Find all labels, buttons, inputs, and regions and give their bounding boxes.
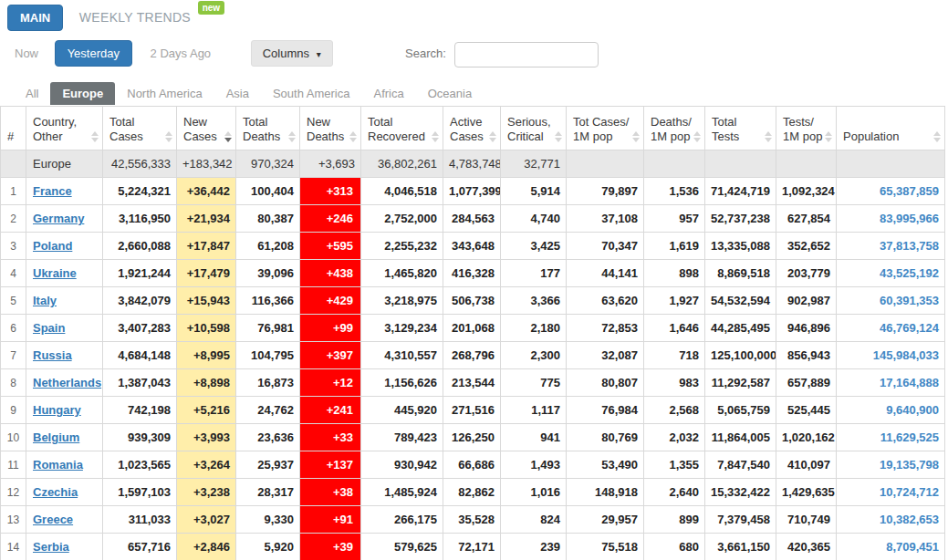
cell-population[interactable]: 60,391,353 [837, 287, 945, 315]
country-cell: France [26, 178, 103, 205]
cell-population[interactable]: 83,995,966 [837, 205, 945, 233]
tab-main[interactable]: MAIN [7, 5, 63, 31]
cell-total-tests: 54,532,594 [705, 287, 776, 315]
cell-population[interactable]: 10,382,653 [837, 506, 945, 534]
cell-population[interactable]: 11,629,525 [837, 424, 945, 451]
sort-icon [91, 131, 99, 142]
cell-total-deaths: 104,795 [236, 342, 300, 369]
cell-population[interactable]: 46,769,124 [837, 315, 945, 342]
cell-deaths-1m: 2,032 [644, 424, 705, 451]
columns-dropdown-button[interactable]: Columns ▾ [251, 40, 333, 67]
continent-name: Europe [26, 150, 103, 178]
column-header-total-deaths[interactable]: TotalDeaths [236, 107, 300, 150]
region-tab-north-america[interactable]: North America [115, 82, 214, 105]
region-tab-south-america[interactable]: South America [261, 82, 362, 105]
region-tab-all[interactable]: All [14, 82, 50, 105]
cell-tot-cases-1m: 148,918 [567, 479, 644, 506]
cell-tot-cases-1m: 72,853 [567, 315, 644, 342]
cell-population[interactable]: 19,135,798 [837, 451, 945, 479]
sort-icon [489, 131, 496, 142]
cell-deaths-1m: 2,640 [644, 479, 705, 506]
search-input[interactable] [454, 42, 599, 67]
table-row: 11Romania1,023,565+3,26425,937+137930,94… [1, 451, 945, 479]
cell-total-deaths: 61,208 [236, 233, 300, 260]
cell-deaths-1m: 1,927 [644, 287, 705, 315]
continent-summary-row: Europe42,556,333+183,342970,324+3,69336,… [1, 150, 945, 178]
country-link[interactable]: Ukraine [33, 266, 77, 280]
cell-population[interactable]: 9,640,900 [837, 397, 945, 424]
cell-tot-cases-1m [567, 150, 644, 178]
cell-new-deaths: +595 [300, 233, 361, 260]
cell-new-deaths: +99 [300, 315, 361, 342]
header-label: Other [33, 130, 88, 144]
cell-tot-cases-1m: 76,984 [567, 397, 644, 424]
country-link[interactable]: Italy [33, 294, 57, 307]
column-header-total-tests[interactable]: TotalTests [705, 107, 776, 150]
cell-active-cases: 72,171 [443, 534, 501, 560]
country-cell: Hungary [26, 397, 103, 424]
cell-population[interactable]: 17,164,888 [837, 369, 945, 397]
country-link[interactable]: Belgium [33, 430, 79, 444]
country-link[interactable]: Greece [33, 513, 73, 526]
table-row: 4Ukraine1,921,244+17,47939,096+4381,465,… [1, 260, 945, 287]
cell-total-cases: 742,198 [103, 397, 177, 424]
cell-deaths-1m: 1,646 [644, 315, 705, 342]
cell-new-cases: +3,993 [177, 424, 236, 451]
filter-now[interactable]: Now [15, 47, 38, 60]
header-label: Total [368, 115, 428, 130]
country-link[interactable]: Netherlands [33, 376, 101, 389]
column-header-total-recovered[interactable]: TotalRecovered [361, 107, 443, 150]
cell-population[interactable]: 145,984,033 [837, 342, 945, 369]
cell-tests-1m: 352,652 [776, 233, 837, 260]
filter-2-days-ago[interactable]: 2 Days Ago [151, 47, 212, 60]
country-link[interactable]: Poland [33, 239, 72, 253]
cell-population[interactable]: 43,525,192 [837, 260, 945, 287]
column-header-serious-critical[interactable]: Serious,Critical [501, 107, 567, 150]
cell-serious-critical: 32,771 [501, 150, 567, 178]
country-link[interactable]: Spain [33, 321, 65, 335]
cell-tests-1m: 525,445 [776, 397, 837, 424]
filter-yesterday[interactable]: Yesterday [55, 40, 132, 67]
region-tab-africa[interactable]: Africa [361, 82, 415, 105]
column-header-tot-cases-1m-pop[interactable]: Tot Cases/1M pop [567, 107, 644, 150]
country-link[interactable]: Romania [33, 458, 83, 472]
cell-total-tests: 52,737,238 [705, 205, 776, 233]
country-link[interactable]: Czechia [33, 485, 78, 499]
cell-deaths-1m: 1,536 [644, 178, 705, 205]
cell-population[interactable]: 8,709,451 [837, 534, 945, 560]
cell-serious-critical: 2,300 [501, 342, 567, 369]
cell-serious-critical: 4,740 [501, 205, 567, 233]
tab-weekly-trends[interactable]: WEEKLY TRENDS [79, 10, 191, 25]
region-tab-europe[interactable]: Europe [50, 82, 115, 105]
columns-button-label: Columns [263, 47, 309, 60]
cell-total-deaths: 28,317 [236, 479, 300, 506]
country-link[interactable]: Hungary [33, 403, 81, 417]
column-header-population[interactable]: Population [837, 107, 945, 150]
column-header-deaths-1m-pop[interactable]: Deaths/1M pop [644, 107, 705, 150]
country-link[interactable]: Serbia [33, 540, 69, 554]
column-header-new-cases[interactable]: NewCases [177, 107, 236, 150]
region-tab-oceania[interactable]: Oceania [416, 82, 484, 105]
cell-population[interactable]: 37,813,758 [837, 233, 945, 260]
cell-deaths-1m: 983 [644, 369, 705, 397]
cell-deaths-1m: 2,568 [644, 397, 705, 424]
cell-serious-critical: 3,425 [501, 233, 567, 260]
cell-total-cases: 42,556,333 [103, 150, 177, 178]
column-header-active-cases[interactable]: ActiveCases [443, 107, 501, 150]
cell-population[interactable]: 10,724,712 [837, 479, 945, 506]
country-link[interactable]: Russia [33, 348, 72, 362]
cell-active-cases: 268,796 [443, 342, 501, 369]
column-header-country-other[interactable]: Country,Other [26, 107, 103, 150]
region-tab-asia[interactable]: Asia [214, 82, 261, 105]
column-header-tests-1m-pop[interactable]: Tests/1M pop [776, 107, 837, 150]
country-link[interactable]: France [33, 184, 72, 198]
cell-population[interactable]: 65,387,859 [837, 178, 945, 205]
column-header-new-deaths[interactable]: NewDeaths [300, 107, 361, 150]
cell-deaths-1m: 718 [644, 342, 705, 369]
cell-tot-cases-1m: 80,807 [567, 369, 644, 397]
header-label: Country, [33, 115, 88, 130]
column-header-total-cases[interactable]: TotalCases [103, 107, 177, 150]
country-link[interactable]: Germany [33, 212, 84, 225]
caret-down-icon: ▾ [317, 49, 321, 59]
cell-new-cases: +183,342 [177, 150, 236, 178]
